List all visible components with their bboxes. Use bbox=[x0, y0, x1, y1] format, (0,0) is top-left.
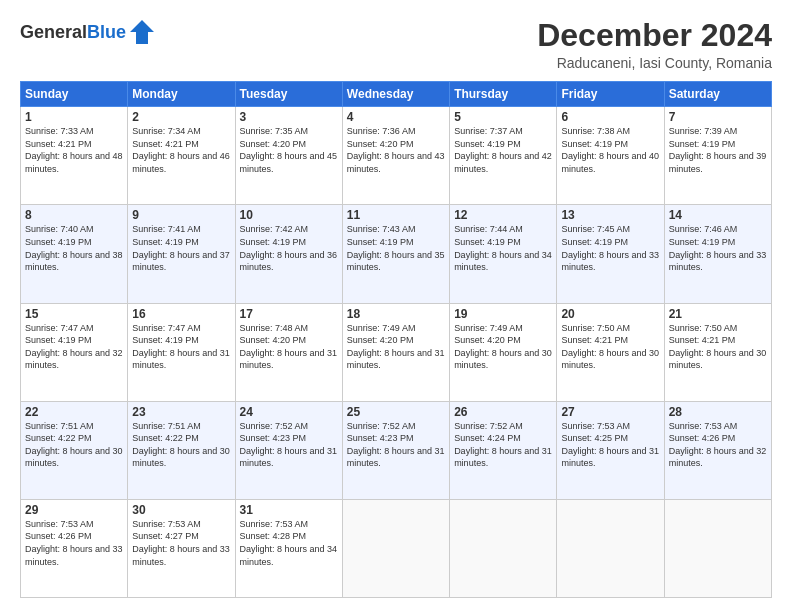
calendar-cell: 16 Sunrise: 7:47 AMSunset: 4:19 PMDaylig… bbox=[128, 303, 235, 401]
day-number: 4 bbox=[347, 110, 445, 124]
day-number: 2 bbox=[132, 110, 230, 124]
day-info: Sunrise: 7:47 AMSunset: 4:19 PMDaylight:… bbox=[132, 323, 230, 371]
calendar-cell: 29 Sunrise: 7:53 AMSunset: 4:26 PMDaylig… bbox=[21, 499, 128, 597]
day-number: 21 bbox=[669, 307, 767, 321]
logo-text: GeneralBlue bbox=[20, 18, 156, 46]
day-info: Sunrise: 7:53 AMSunset: 4:26 PMDaylight:… bbox=[25, 519, 123, 567]
calendar-cell bbox=[664, 499, 771, 597]
col-monday: Monday bbox=[128, 82, 235, 107]
calendar-week-row: 8 Sunrise: 7:40 AMSunset: 4:19 PMDayligh… bbox=[21, 205, 772, 303]
day-info: Sunrise: 7:45 AMSunset: 4:19 PMDaylight:… bbox=[561, 224, 659, 272]
day-number: 22 bbox=[25, 405, 123, 419]
calendar-cell: 9 Sunrise: 7:41 AMSunset: 4:19 PMDayligh… bbox=[128, 205, 235, 303]
day-info: Sunrise: 7:50 AMSunset: 4:21 PMDaylight:… bbox=[669, 323, 767, 371]
calendar-cell: 24 Sunrise: 7:52 AMSunset: 4:23 PMDaylig… bbox=[235, 401, 342, 499]
calendar-table: Sunday Monday Tuesday Wednesday Thursday… bbox=[20, 81, 772, 598]
logo-general: GeneralBlue bbox=[20, 22, 126, 43]
day-info: Sunrise: 7:40 AMSunset: 4:19 PMDaylight:… bbox=[25, 224, 123, 272]
calendar-cell: 8 Sunrise: 7:40 AMSunset: 4:19 PMDayligh… bbox=[21, 205, 128, 303]
calendar-cell bbox=[342, 499, 449, 597]
day-number: 6 bbox=[561, 110, 659, 124]
day-number: 30 bbox=[132, 503, 230, 517]
day-info: Sunrise: 7:52 AMSunset: 4:23 PMDaylight:… bbox=[347, 421, 445, 469]
calendar-cell: 12 Sunrise: 7:44 AMSunset: 4:19 PMDaylig… bbox=[450, 205, 557, 303]
day-info: Sunrise: 7:35 AMSunset: 4:20 PMDaylight:… bbox=[240, 126, 338, 174]
calendar-week-row: 22 Sunrise: 7:51 AMSunset: 4:22 PMDaylig… bbox=[21, 401, 772, 499]
day-info: Sunrise: 7:39 AMSunset: 4:19 PMDaylight:… bbox=[669, 126, 767, 174]
day-number: 1 bbox=[25, 110, 123, 124]
location: Raducaneni, Iasi County, Romania bbox=[537, 55, 772, 71]
calendar-week-row: 15 Sunrise: 7:47 AMSunset: 4:19 PMDaylig… bbox=[21, 303, 772, 401]
calendar-cell: 11 Sunrise: 7:43 AMSunset: 4:19 PMDaylig… bbox=[342, 205, 449, 303]
calendar-cell: 27 Sunrise: 7:53 AMSunset: 4:25 PMDaylig… bbox=[557, 401, 664, 499]
day-number: 23 bbox=[132, 405, 230, 419]
day-info: Sunrise: 7:51 AMSunset: 4:22 PMDaylight:… bbox=[132, 421, 230, 469]
col-sunday: Sunday bbox=[21, 82, 128, 107]
day-number: 14 bbox=[669, 208, 767, 222]
day-info: Sunrise: 7:53 AMSunset: 4:26 PMDaylight:… bbox=[669, 421, 767, 469]
day-number: 7 bbox=[669, 110, 767, 124]
day-info: Sunrise: 7:43 AMSunset: 4:19 PMDaylight:… bbox=[347, 224, 445, 272]
calendar-week-row: 1 Sunrise: 7:33 AMSunset: 4:21 PMDayligh… bbox=[21, 107, 772, 205]
logo-icon bbox=[128, 18, 156, 46]
col-thursday: Thursday bbox=[450, 82, 557, 107]
day-number: 26 bbox=[454, 405, 552, 419]
calendar-cell: 23 Sunrise: 7:51 AMSunset: 4:22 PMDaylig… bbox=[128, 401, 235, 499]
day-info: Sunrise: 7:53 AMSunset: 4:25 PMDaylight:… bbox=[561, 421, 659, 469]
day-info: Sunrise: 7:42 AMSunset: 4:19 PMDaylight:… bbox=[240, 224, 338, 272]
day-number: 13 bbox=[561, 208, 659, 222]
calendar-cell: 1 Sunrise: 7:33 AMSunset: 4:21 PMDayligh… bbox=[21, 107, 128, 205]
day-number: 20 bbox=[561, 307, 659, 321]
day-number: 5 bbox=[454, 110, 552, 124]
calendar-cell: 30 Sunrise: 7:53 AMSunset: 4:27 PMDaylig… bbox=[128, 499, 235, 597]
day-info: Sunrise: 7:41 AMSunset: 4:19 PMDaylight:… bbox=[132, 224, 230, 272]
calendar-cell: 2 Sunrise: 7:34 AMSunset: 4:21 PMDayligh… bbox=[128, 107, 235, 205]
calendar-cell bbox=[450, 499, 557, 597]
calendar-cell: 22 Sunrise: 7:51 AMSunset: 4:22 PMDaylig… bbox=[21, 401, 128, 499]
calendar-cell: 28 Sunrise: 7:53 AMSunset: 4:26 PMDaylig… bbox=[664, 401, 771, 499]
calendar-cell: 31 Sunrise: 7:53 AMSunset: 4:28 PMDaylig… bbox=[235, 499, 342, 597]
calendar-cell: 21 Sunrise: 7:50 AMSunset: 4:21 PMDaylig… bbox=[664, 303, 771, 401]
calendar-cell: 26 Sunrise: 7:52 AMSunset: 4:24 PMDaylig… bbox=[450, 401, 557, 499]
calendar-cell bbox=[557, 499, 664, 597]
header-right: December 2024 Raducaneni, Iasi County, R… bbox=[537, 18, 772, 71]
day-info: Sunrise: 7:33 AMSunset: 4:21 PMDaylight:… bbox=[25, 126, 123, 174]
day-info: Sunrise: 7:49 AMSunset: 4:20 PMDaylight:… bbox=[347, 323, 445, 371]
day-info: Sunrise: 7:36 AMSunset: 4:20 PMDaylight:… bbox=[347, 126, 445, 174]
day-number: 3 bbox=[240, 110, 338, 124]
day-number: 24 bbox=[240, 405, 338, 419]
month-title: December 2024 bbox=[537, 18, 772, 53]
calendar-cell: 14 Sunrise: 7:46 AMSunset: 4:19 PMDaylig… bbox=[664, 205, 771, 303]
day-number: 29 bbox=[25, 503, 123, 517]
day-info: Sunrise: 7:47 AMSunset: 4:19 PMDaylight:… bbox=[25, 323, 123, 371]
col-tuesday: Tuesday bbox=[235, 82, 342, 107]
logo: GeneralBlue bbox=[20, 18, 156, 46]
day-number: 28 bbox=[669, 405, 767, 419]
day-info: Sunrise: 7:46 AMSunset: 4:19 PMDaylight:… bbox=[669, 224, 767, 272]
day-info: Sunrise: 7:34 AMSunset: 4:21 PMDaylight:… bbox=[132, 126, 230, 174]
page: GeneralBlue December 2024 Raducaneni, Ia… bbox=[0, 0, 792, 612]
day-number: 11 bbox=[347, 208, 445, 222]
calendar-cell: 3 Sunrise: 7:35 AMSunset: 4:20 PMDayligh… bbox=[235, 107, 342, 205]
day-number: 18 bbox=[347, 307, 445, 321]
header: GeneralBlue December 2024 Raducaneni, Ia… bbox=[20, 18, 772, 71]
day-info: Sunrise: 7:44 AMSunset: 4:19 PMDaylight:… bbox=[454, 224, 552, 272]
calendar-cell: 10 Sunrise: 7:42 AMSunset: 4:19 PMDaylig… bbox=[235, 205, 342, 303]
day-info: Sunrise: 7:52 AMSunset: 4:23 PMDaylight:… bbox=[240, 421, 338, 469]
svg-marker-0 bbox=[130, 20, 154, 44]
calendar-cell: 20 Sunrise: 7:50 AMSunset: 4:21 PMDaylig… bbox=[557, 303, 664, 401]
col-saturday: Saturday bbox=[664, 82, 771, 107]
day-info: Sunrise: 7:50 AMSunset: 4:21 PMDaylight:… bbox=[561, 323, 659, 371]
day-number: 10 bbox=[240, 208, 338, 222]
calendar-cell: 19 Sunrise: 7:49 AMSunset: 4:20 PMDaylig… bbox=[450, 303, 557, 401]
day-number: 25 bbox=[347, 405, 445, 419]
day-number: 12 bbox=[454, 208, 552, 222]
day-number: 31 bbox=[240, 503, 338, 517]
day-number: 27 bbox=[561, 405, 659, 419]
calendar-cell: 17 Sunrise: 7:48 AMSunset: 4:20 PMDaylig… bbox=[235, 303, 342, 401]
day-number: 8 bbox=[25, 208, 123, 222]
day-info: Sunrise: 7:48 AMSunset: 4:20 PMDaylight:… bbox=[240, 323, 338, 371]
day-info: Sunrise: 7:37 AMSunset: 4:19 PMDaylight:… bbox=[454, 126, 552, 174]
calendar-cell: 4 Sunrise: 7:36 AMSunset: 4:20 PMDayligh… bbox=[342, 107, 449, 205]
day-info: Sunrise: 7:49 AMSunset: 4:20 PMDaylight:… bbox=[454, 323, 552, 371]
